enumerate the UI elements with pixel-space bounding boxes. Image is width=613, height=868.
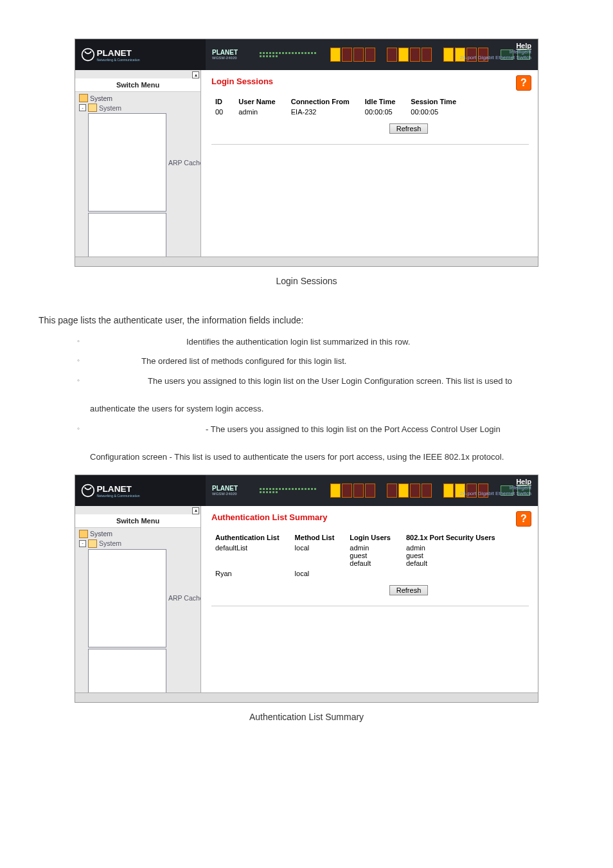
screenshot-auth-list-summary: PLANET Networking & Communication PLANET… xyxy=(75,475,538,703)
svg-text:Networking & Communication: Networking & Communication xyxy=(97,494,140,498)
svg-point-0 xyxy=(82,49,94,61)
col-user-name: User Name xyxy=(235,96,287,107)
nav-tree: System -System ARP Cache Inventory Infor… xyxy=(75,92,200,257)
figure-caption-1: Login Sessions xyxy=(39,276,574,286)
content-divider xyxy=(211,144,529,170)
cell-auth-list: Ryan xyxy=(211,568,291,579)
tree-root-system[interactable]: System xyxy=(78,93,200,103)
top-header-bar: PLANET Networking & Communication PLANET… xyxy=(75,475,538,506)
logo-area: PLANET Networking & Communication xyxy=(75,475,206,506)
tree-system-folder[interactable]: -System xyxy=(78,103,200,113)
folder-icon xyxy=(79,530,88,538)
cell-auth-list: defaultList xyxy=(211,543,291,568)
content-pane: ? Login Sessions ID User Name Connection… xyxy=(201,70,538,257)
help-link[interactable]: Help xyxy=(516,478,531,485)
tree-item-inventory[interactable]: Inventory Information xyxy=(87,648,200,692)
small-brand-model: WGSW-24020 xyxy=(212,56,238,60)
cell-user: admin xyxy=(235,107,287,117)
list-item: - The users you assigned to this login l… xyxy=(77,422,574,438)
table-row: 00 admin EIA-232 00:00:05 00:00:05 xyxy=(211,107,468,117)
intro-paragraph: This page lists the authenticate user, t… xyxy=(39,312,574,329)
header-device-strip: PLANET WGSW-24020 Help Intelligent xyxy=(206,39,538,70)
status-led-grid xyxy=(260,52,317,57)
login-sessions-table: ID User Name Connection From Idle Time S… xyxy=(211,96,468,117)
col-session-time: Session Time xyxy=(407,96,468,107)
cell-method: local xyxy=(291,543,346,568)
svg-text:Networking & Communication: Networking & Communication xyxy=(97,58,140,62)
col-login-users: Login Users xyxy=(346,532,402,543)
field-list-2: - The users you assigned to this login l… xyxy=(39,422,574,438)
device-model-label: Intelligent 24-port Gigabit Ethernet Swi… xyxy=(460,50,531,61)
cell-method: local xyxy=(291,568,346,579)
question-icon: ? xyxy=(520,77,527,89)
content-divider xyxy=(211,606,529,632)
tree-system-folder[interactable]: -System xyxy=(78,539,200,548)
col-id: ID xyxy=(211,96,235,107)
planet-logo: PLANET Networking & Communication xyxy=(80,480,168,502)
col-idle-time: Idle Time xyxy=(361,96,407,107)
tree-item-arp-cache[interactable]: ARP Cache xyxy=(87,548,200,648)
col-method-list: Method List xyxy=(291,532,346,543)
folder-open-icon xyxy=(88,104,97,112)
content-pane: ? Authentication List Summary Authentica… xyxy=(201,506,538,692)
tree-title: Switch Menu xyxy=(75,514,200,528)
page-icon xyxy=(88,549,166,647)
list-item: The ordered list of methods configured f… xyxy=(77,354,574,370)
list-continuation-2: Configuration screen - This list is used… xyxy=(90,449,574,466)
nav-tree: System -System ARP Cache Inventory Infor… xyxy=(75,528,200,692)
svg-point-3 xyxy=(82,484,94,496)
help-badge-button[interactable]: ? xyxy=(516,511,531,527)
small-brand: PLANET WGSW-24020 xyxy=(212,485,238,496)
cell-idle: 00:00:05 xyxy=(361,107,407,117)
page-icon xyxy=(88,213,166,257)
header-device-strip: PLANET WGSW-24020 Help Intelligent xyxy=(206,475,538,506)
col-connection-from: Connection From xyxy=(287,96,361,107)
horizontal-scrollbar[interactable] xyxy=(75,692,538,702)
collapse-icon: - xyxy=(79,540,86,547)
refresh-button[interactable]: Refresh xyxy=(389,585,429,595)
page-icon xyxy=(88,649,166,692)
cell-id: 00 xyxy=(211,107,235,117)
tree-root-system[interactable]: System xyxy=(78,529,200,539)
field-list: Identifies the authentication login list… xyxy=(39,334,574,390)
cell-sess: 00:00:05 xyxy=(407,107,468,117)
horizontal-scrollbar[interactable] xyxy=(75,257,538,266)
cell-conn: EIA-232 xyxy=(287,107,361,117)
status-led-grid xyxy=(260,488,317,493)
page-icon xyxy=(88,113,166,212)
table-row: Ryan local xyxy=(211,568,507,579)
small-brand-model: WGSW-24020 xyxy=(212,492,238,496)
list-continuation: authenticate the users for system login … xyxy=(90,401,574,417)
help-badge-button[interactable]: ? xyxy=(516,75,531,91)
page-title: Login Sessions xyxy=(211,77,529,86)
cell-8021x-users: admin guest default xyxy=(402,543,507,568)
page-title: Authentication List Summary xyxy=(211,512,529,522)
screenshot-login-sessions: PLANET Networking & Communication PLANET… xyxy=(75,39,538,267)
tree-title: Switch Menu xyxy=(75,78,200,92)
top-header-bar: PLANET Networking & Communication PLANET… xyxy=(75,39,538,70)
cell-login-users: admin guest default xyxy=(346,543,402,568)
tree-item-arp-cache[interactable]: ARP Cache xyxy=(87,113,200,212)
question-icon: ? xyxy=(520,513,527,525)
tree-item-inventory[interactable]: Inventory Information xyxy=(87,212,200,257)
planet-logo: PLANET Networking & Communication xyxy=(80,44,168,66)
device-model-label: Intelligent 24-port Gigabit Ethernet Swi… xyxy=(460,485,531,497)
logo-area: PLANET Networking & Communication xyxy=(75,39,206,70)
svg-text:PLANET: PLANET xyxy=(97,48,132,58)
scroll-up-icon[interactable]: ▴ xyxy=(192,71,199,78)
table-row: defaultList local admin guest default ad… xyxy=(211,543,507,568)
svg-text:PLANET: PLANET xyxy=(97,484,132,493)
list-item: The users you assigned to this login lis… xyxy=(77,374,574,390)
refresh-button[interactable]: Refresh xyxy=(389,123,429,134)
list-item: Identifies the authentication login list… xyxy=(77,334,574,350)
navigation-tree-pane: ▴ Switch Menu System -System ARP Cache I… xyxy=(75,506,201,692)
auth-list-summary-table: Authentication List Method List Login Us… xyxy=(211,532,507,579)
folder-open-icon xyxy=(88,539,97,548)
small-brand-main: PLANET xyxy=(212,50,238,56)
scroll-up-icon[interactable]: ▴ xyxy=(192,507,199,514)
figure-caption-2: Authentication List Summary xyxy=(39,712,574,722)
folder-icon xyxy=(79,94,88,102)
col-8021x-users: 802.1x Port Security Users xyxy=(402,532,507,543)
navigation-tree-pane: ▴ Switch Menu System -System ARP Cache I… xyxy=(75,70,201,257)
col-auth-list: Authentication List xyxy=(211,532,291,543)
